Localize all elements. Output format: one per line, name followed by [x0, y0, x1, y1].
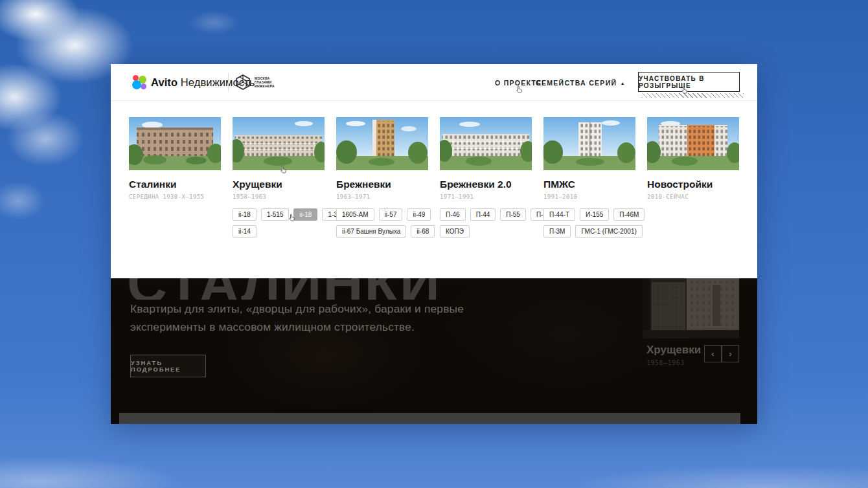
series-mega-menu: Сталинки СЕРЕДИНА 1930-Х–1955: [111, 102, 757, 278]
series-tag[interactable]: 1605-АМ: [336, 208, 374, 221]
series-tag[interactable]: 1-515: [261, 208, 290, 221]
partner-logo-text: МОСКВА ГЛАЗАМИ ИНЖЕНЕРА: [255, 76, 275, 88]
menu-column-khrushchevki: Хрущевки 1958–1963 ii-18 1-515 ii-18 1-3…: [233, 117, 325, 242]
header-divider: [228, 73, 229, 91]
site-header: Avito Недвижимость МОСКВА ГЛАЗАМИ ИНЖЕНЕ…: [111, 64, 757, 101]
series-tags: П-44-Т И-155 П-46М П-3М ГМС-1 (ГМС-2001): [543, 208, 635, 238]
avito-logo-icon: [132, 75, 146, 89]
series-tag[interactable]: ii-14: [233, 225, 257, 238]
nav-item-about[interactable]: О ПРОЕКТЕ: [495, 79, 542, 87]
hero-description: Квартиры для элиты, «дворцы для рабочих»…: [130, 300, 464, 336]
learn-more-button[interactable]: УЗНАТЬ ПОДРОБНЕЕ: [130, 355, 206, 377]
column-title[interactable]: Брежневки 2.0: [440, 179, 532, 190]
pmzhs-photo[interactable]: [543, 117, 635, 170]
series-tags: П-46 П-44 П-55 П-3 КОПЭ: [440, 208, 532, 238]
prev-slide-button[interactable]: ‹: [704, 345, 722, 362]
menu-column-brezhnevki: Брежневки 1963–1971 1605-АМ ii-57 ii-49 …: [336, 117, 428, 242]
series-tag-hovered[interactable]: ii-18: [293, 208, 317, 221]
series-tag[interactable]: ii-57: [379, 208, 403, 221]
hero-heading-clip: СТАЛИНКИ: [127, 278, 542, 300]
nav-item-series[interactable]: СЕМЕЙСТВА СЕРИЙ▲: [536, 79, 626, 87]
khrushchevki-photo[interactable]: [233, 117, 325, 170]
series-tag[interactable]: ГМС-1 (ГМС-2001): [575, 225, 642, 238]
next-slide-title[interactable]: Хрущевки: [646, 344, 701, 357]
column-title[interactable]: Брежневки: [336, 179, 428, 190]
series-tags: ii-18 1-515 ii-18 1-335 ii-14: [233, 208, 325, 238]
column-title[interactable]: Хрущевки: [233, 179, 325, 190]
column-years: 1991–2010: [543, 194, 635, 200]
raffle-button[interactable]: УЧАСТВОВАТЬ В РОЗЫГРЫШЕ: [638, 72, 740, 92]
next-slide-photo[interactable]: [643, 278, 739, 338]
bottom-section-bar: [119, 413, 740, 424]
column-years: 1958–1963: [233, 194, 325, 200]
series-tag[interactable]: П-46М: [613, 208, 645, 221]
series-tag[interactable]: ii-68: [411, 225, 435, 238]
column-title[interactable]: Новостройки: [647, 179, 739, 190]
novostroyki-photo[interactable]: [647, 117, 739, 170]
series-tags: 1605-АМ ii-57 ii-49 ii-67 Башня Вулыха i…: [336, 208, 428, 238]
series-tag[interactable]: П-44: [470, 208, 496, 221]
series-tag[interactable]: ii-49: [407, 208, 431, 221]
series-tag[interactable]: ii-18: [233, 208, 257, 221]
column-years: СЕРЕДИНА 1930-Х–1955: [129, 194, 221, 200]
collapse-arrow-icon: ▲: [620, 81, 625, 85]
column-years: 1971–1991: [440, 194, 532, 200]
column-years: 1963–1971: [336, 194, 428, 200]
next-slide-years: 1958–1963: [646, 359, 685, 366]
menu-column-stalinki: Сталинки СЕРЕДИНА 1930-Х–1955: [129, 117, 221, 200]
hero-section: СТАЛИНКИ Квартиры для элиты, «дворцы для…: [111, 278, 757, 424]
series-tag[interactable]: П-46: [440, 208, 466, 221]
series-tag[interactable]: И-155: [580, 208, 609, 221]
column-title[interactable]: Сталинки: [129, 179, 221, 190]
column-title[interactable]: ПМЖС: [543, 179, 635, 190]
menu-column-novostroyki: Новостройки 2010-СЕЙЧАС: [647, 117, 739, 200]
series-tag[interactable]: КОПЭ: [440, 225, 470, 238]
brezhnevki-2-photo[interactable]: [440, 117, 532, 170]
hero-heading: СТАЛИНКИ: [127, 278, 542, 300]
partner-logo[interactable]: МОСКВА ГЛАЗАМИ ИНЖЕНЕРА: [234, 74, 275, 91]
series-tag[interactable]: П-44-Т: [543, 208, 575, 221]
menu-column-pmzhs: ПМЖС 1991–2010 П-44-Т И-155 П-46М П-3М Г…: [543, 117, 635, 242]
column-years: 2010-СЕЙЧАС: [647, 194, 739, 200]
menu-column-brezhnevki-2: Брежневки 2.0 1971–1991 П-46 П-44 П-55 П…: [440, 117, 532, 242]
next-slide-button[interactable]: ›: [722, 345, 739, 362]
series-tag[interactable]: П-55: [500, 208, 526, 221]
stalinki-photo[interactable]: [129, 117, 221, 170]
brezhnevki-photo[interactable]: [336, 117, 428, 170]
browser-viewport: Avito Недвижимость МОСКВА ГЛАЗАМИ ИНЖЕНЕ…: [111, 64, 757, 424]
impossible-cube-icon: [234, 74, 251, 91]
series-tag[interactable]: П-3М: [543, 225, 571, 238]
raffle-button-hatch-shadow: [642, 93, 744, 98]
series-tag[interactable]: ii-67 Башня Вулыха: [336, 225, 406, 238]
